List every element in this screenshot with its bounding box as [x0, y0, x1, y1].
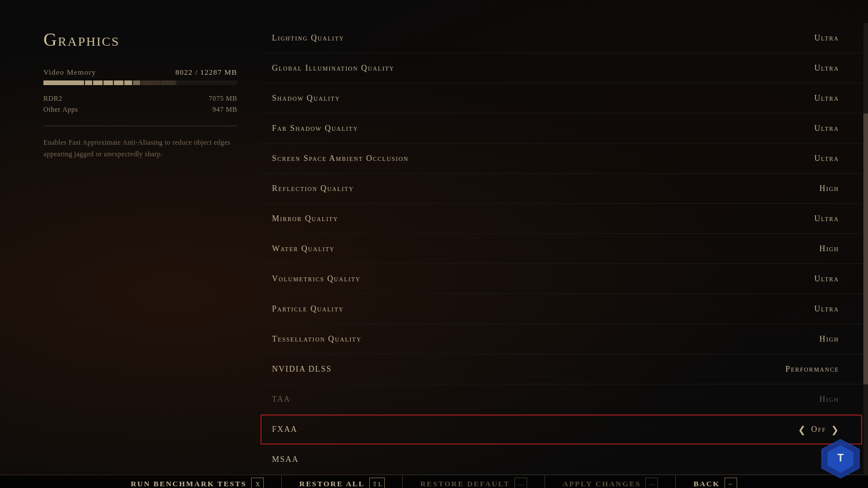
memory-info: Video Memory 8022 / 12287 MB — [43, 68, 237, 77]
setting-row[interactable]: Tessellation QualityHigh — [260, 324, 862, 354]
setting-value-text: Performance — [785, 365, 839, 374]
logo-watermark: T — [819, 436, 862, 482]
memory-seg-7 — [133, 80, 141, 85]
bottom-bar: Run Benchmark TestsXRestore All⇧LRestore… — [0, 475, 868, 488]
setting-value: Ultra — [814, 154, 839, 163]
memory-seg-9 — [161, 80, 175, 85]
memory-seg-2 — [85, 80, 93, 85]
setting-value: Ultra — [814, 34, 839, 43]
memory-seg-8 — [141, 80, 160, 85]
setting-row[interactable]: Screen Space Ambient OcclusionUltra — [260, 144, 862, 174]
setting-row[interactable]: Lighting QualityUltra — [260, 23, 862, 53]
setting-name: Lighting Quality — [272, 34, 344, 43]
setting-name: TAA — [272, 395, 290, 404]
setting-value-text: Ultra — [814, 64, 839, 73]
setting-value-text: Ultra — [814, 304, 839, 314]
key-primary: — — [649, 480, 655, 487]
settings-list: Lighting QualityUltraGlobal Illumination… — [260, 23, 862, 475]
arrow-left-icon[interactable]: ❮ — [798, 424, 807, 435]
app-size-other: 947 MB — [212, 105, 237, 114]
page-container: Graphics Video Memory 8022 / 12287 MB — [0, 0, 868, 488]
setting-name: FXAA — [272, 425, 297, 434]
setting-row[interactable]: NVIDIA DLSSPerformance — [260, 354, 862, 384]
bottom-action-apply-changes: Apply Changes— — [545, 478, 675, 488]
memory-seg-4 — [104, 80, 113, 85]
setting-row[interactable]: MSAA — [260, 445, 862, 475]
memory-seg-3 — [93, 80, 102, 85]
right-panel: Lighting QualityUltraGlobal Illumination… — [260, 23, 868, 475]
key-badge: X — [251, 478, 264, 488]
setting-value: Ultra — [814, 274, 839, 284]
setting-row[interactable]: Far Shadow QualityUltra — [260, 113, 862, 144]
page-title: Graphics — [43, 29, 237, 50]
setting-row[interactable]: Mirror QualityUltra — [260, 204, 862, 234]
setting-row[interactable]: FXAA❮Off❯ — [260, 414, 862, 445]
memory-value: 8022 / 12287 MB — [175, 68, 237, 77]
scrollbar-track[interactable] — [863, 23, 868, 475]
setting-value: High — [819, 395, 839, 404]
bottom-action-restore-default: Restore Default— — [403, 478, 545, 488]
memory-seg-6 — [124, 80, 132, 85]
setting-value: High — [819, 184, 839, 193]
setting-value: Performance — [785, 365, 839, 374]
setting-value-text: Ultra — [814, 274, 839, 284]
setting-row[interactable]: Particle QualityUltra — [260, 294, 862, 324]
memory-seg-5 — [114, 80, 123, 85]
key-badge: — — [514, 478, 527, 488]
arrow-right-icon[interactable]: ❯ — [831, 424, 840, 435]
bottom-action-label: Apply Changes — [562, 479, 641, 488]
key-badge: — — [645, 478, 658, 488]
memory-app-other: Other Apps 947 MB — [43, 105, 237, 114]
setting-row[interactable]: Water QualityHigh — [260, 234, 862, 264]
setting-value-text: Ultra — [814, 214, 839, 223]
bottom-action-label: Restore All — [299, 479, 365, 488]
setting-description: Enables Fast Approximate Anti-Aliasing t… — [43, 137, 237, 160]
setting-value-text: Ultra — [814, 34, 839, 43]
key-primary: — — [518, 480, 524, 487]
setting-name: Reflection Quality — [272, 184, 354, 193]
bottom-action-label: Run Benchmark Tests — [131, 479, 247, 488]
setting-row[interactable]: Shadow QualityUltra — [260, 83, 862, 113]
setting-name: Shadow Quality — [272, 94, 340, 103]
bottom-action-back[interactable]: Back← — [676, 478, 755, 488]
setting-value-text: High — [819, 184, 839, 193]
key-primary: ← — [728, 480, 734, 487]
setting-row[interactable]: Global Illumination QualityUltra — [260, 53, 862, 83]
memory-label: Video Memory — [43, 68, 96, 77]
setting-value: High — [819, 335, 839, 344]
setting-name: Screen Space Ambient Occlusion — [272, 154, 409, 163]
memory-apps: RDR2 7075 MB Other Apps 947 MB — [43, 94, 237, 114]
setting-name: Global Illumination Quality — [272, 64, 395, 73]
left-panel: Graphics Video Memory 8022 / 12287 MB — [0, 23, 260, 475]
setting-name: NVIDIA DLSS — [272, 365, 332, 374]
setting-value: Ultra — [814, 214, 839, 223]
bottom-action-label: Back — [693, 479, 720, 488]
app-name-other: Other Apps — [43, 105, 78, 114]
setting-name: Particle Quality — [272, 304, 344, 314]
setting-row[interactable]: TAAHigh — [260, 384, 862, 414]
setting-value: Ultra — [814, 64, 839, 73]
setting-name: Mirror Quality — [272, 214, 339, 223]
setting-value: ❮Off❯ — [798, 424, 839, 435]
memory-bar — [43, 80, 237, 85]
bottom-action-run-benchmark-tests[interactable]: Run Benchmark TestsX — [113, 478, 281, 488]
setting-name: Tessellation Quality — [272, 335, 362, 344]
setting-value: Ultra — [814, 124, 839, 133]
svg-text:T: T — [837, 452, 844, 464]
scrollbar-thumb[interactable] — [863, 113, 868, 384]
bottom-action-restore-all[interactable]: Restore All⇧L — [282, 478, 402, 488]
setting-row[interactable]: Volumetrics QualityUltra — [260, 264, 862, 294]
setting-row[interactable]: Reflection QualityHigh — [260, 174, 862, 204]
setting-value-text: Ultra — [814, 124, 839, 133]
divider — [43, 126, 237, 126]
memory-seg-empty — [176, 80, 237, 85]
setting-value-text: Ultra — [814, 154, 839, 163]
setting-value: High — [819, 244, 839, 254]
setting-name: Water Quality — [272, 244, 335, 254]
key-primary: X — [255, 480, 260, 487]
setting-name: Far Shadow Quality — [272, 124, 358, 133]
setting-value-text: High — [819, 244, 839, 254]
app-name-rdr2: RDR2 — [43, 94, 62, 103]
setting-value-text: Ultra — [814, 94, 839, 103]
key-badge: ⇧L — [369, 478, 385, 488]
